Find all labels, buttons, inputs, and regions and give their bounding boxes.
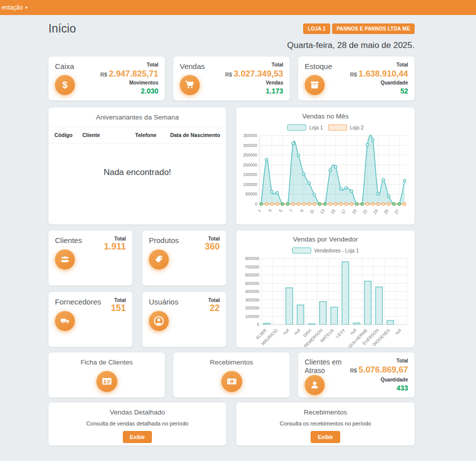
truck-icon (55, 311, 75, 331)
col-codigo: Código (54, 132, 80, 138)
col-telefone: Telefone (124, 132, 156, 138)
svg-text:5: 5 (278, 208, 283, 213)
ficha-clientes-card[interactable]: Ficha de Clientes (48, 352, 165, 398)
month-chart-title: Vendas no Mês (241, 112, 410, 120)
vendas-detalhado-desc: Consulta de vendas detalhada no período (54, 420, 220, 426)
svg-text:1: 1 (257, 208, 262, 213)
produtos-value: 360 (205, 242, 220, 252)
svg-text:300000: 300000 (245, 298, 260, 302)
svg-text:null: null (282, 328, 290, 336)
recebimentos-report-card: Recebimentos Consulta os recebimentos no… (236, 402, 415, 446)
usuarios-card[interactable]: Usuários Total 22 (142, 292, 226, 347)
svg-text:null: null (349, 328, 358, 336)
estoque-title: Estoque (305, 62, 332, 70)
atraso-total-value: 5.076.869,67 (359, 365, 408, 374)
svg-text:15: 15 (330, 208, 337, 215)
total-label: Total (225, 62, 283, 68)
usuarios-value: 22 (208, 303, 220, 314)
total-label: Total (104, 236, 126, 242)
legend-label-loja1: Loja 1 (309, 125, 323, 130)
vendas-count-value: 1.173 (225, 87, 283, 95)
month-chart-legend: Loja 1 Loja 2 (241, 124, 410, 130)
month-sales-chart-card: Vendas no Mês Loja 1 Loja 2 050000100000… (236, 108, 415, 224)
svg-text:100000: 100000 (243, 182, 258, 187)
empty-message: Nada encontrado! (48, 168, 226, 178)
total-label: Total (205, 236, 220, 242)
shopping-cart-icon (180, 75, 200, 95)
clientes-atraso-title: Clientes em Atraso (305, 358, 350, 375)
currency-symbol: R$ (225, 72, 232, 78)
svg-text:23: 23 (372, 208, 379, 215)
exibir-recebimentos-button[interactable]: Exibir (311, 431, 340, 443)
nav-menu-item[interactable]: entação ▾ (1, 4, 27, 11)
svg-text:27: 27 (393, 208, 400, 215)
caixa-title: Caixa (55, 62, 75, 70)
estoque-card[interactable]: Estoque Total R$1.638.910,44 Quantidade … (298, 56, 415, 100)
total-label: Total (111, 298, 126, 303)
svg-text:400000: 400000 (245, 289, 260, 294)
clientes-atraso-card[interactable]: Clientes em Atraso Total R$5.076.869,67 … (298, 352, 415, 398)
caixa-card[interactable]: Caixa $ Total R$2.947.825,71 Movimentos … (48, 56, 165, 100)
store-button[interactable]: LOJA 1 (303, 24, 330, 34)
svg-text:null: null (293, 328, 302, 336)
svg-text:LEVY: LEVY (335, 328, 346, 339)
recebimentos-card[interactable]: Recebimentos 1 (173, 352, 290, 398)
fornecedores-card[interactable]: Fornecedores Total 151 (48, 292, 132, 347)
exibir-vendas-button[interactable]: Exibir (123, 431, 152, 443)
svg-text:150000: 150000 (243, 172, 258, 177)
svg-text:800000: 800000 (245, 256, 260, 261)
svg-text:700000: 700000 (245, 264, 260, 270)
svg-text:11: 11 (309, 208, 315, 214)
quantidade-label: Quantidade (350, 80, 408, 86)
birthdays-table-header: Código Cliente Telefone Data de Nascimen… (48, 127, 226, 144)
svg-text:9: 9 (299, 208, 305, 213)
svg-text:7: 7 (289, 208, 294, 213)
legend-swatch-vendedores (292, 248, 311, 254)
svg-text:200000: 200000 (245, 306, 260, 310)
vendor-sales-chart-card: Vendas por Vendedor Vendedores - Loja 1 … (236, 230, 415, 348)
currency-symbol: R$ (350, 368, 357, 374)
atraso-count-value: 433 (350, 384, 408, 392)
col-nascimento: Data de Nascimento (158, 132, 220, 138)
dashboard-page: Início LOJA 1 PANNOS E PANNOS LTDA ME Qu… (48, 15, 415, 446)
vendas-total-value: 3.027.349,53 (234, 69, 283, 78)
svg-text:0: 0 (257, 322, 259, 327)
legend-swatch-loja1 (287, 124, 306, 130)
produtos-card[interactable]: Produtos Total 360 (142, 230, 226, 286)
id-card-icon (96, 371, 117, 392)
caret-down-icon: ▾ (25, 5, 28, 10)
vendas-detalhado-title: Vendas Detalhado (54, 408, 220, 416)
vendor-chart-title: Vendas por Vendedor (241, 236, 410, 243)
svg-text:600000: 600000 (245, 272, 260, 278)
people-icon (55, 250, 75, 270)
estoque-total-value: 1.638.910,44 (359, 69, 408, 78)
legend-swatch-loja2 (328, 124, 347, 130)
svg-text:250000: 250000 (243, 152, 258, 158)
birthdays-card: Aniversariantes da Semana Código Cliente… (48, 108, 226, 224)
total-label: Total (350, 62, 408, 68)
page-title: Início (48, 22, 76, 36)
money-bill-icon: 1 (221, 371, 242, 392)
recebimentos-title: Recebimentos (179, 358, 284, 366)
total-label: Total (100, 62, 158, 68)
total-label: Total (208, 298, 220, 303)
svg-text:null: null (394, 328, 403, 336)
vendor-sales-chart: 0100000200000300000400000500000600000700… (241, 254, 410, 348)
legend-label-vendedores: Vendedores - Loja 1 (314, 248, 359, 254)
clientes-value: 1.911 (104, 242, 126, 252)
recebimentos-report-title: Recebimentos (242, 408, 409, 416)
vendas-card[interactable]: Vendas Total R$3.027.349,53 Vendas 1.173 (173, 56, 290, 100)
svg-text:17: 17 (340, 208, 347, 215)
company-button[interactable]: PANNOS E PANNOS LTDA ME (332, 24, 415, 34)
quantidade-label: Quantidade (350, 377, 408, 382)
clientes-card[interactable]: Clientes Total 1.911 (48, 230, 132, 286)
top-navbar: entação ▾ (0, 0, 476, 15)
svg-text:100000: 100000 (245, 314, 260, 319)
caixa-total-value: 2.947.825,71 (109, 69, 158, 78)
currency-symbol: R$ (350, 72, 357, 78)
svg-text:25: 25 (383, 208, 390, 215)
svg-text:300000: 300000 (243, 143, 258, 148)
currency-symbol: R$ (100, 72, 107, 78)
svg-text:500000: 500000 (245, 281, 260, 286)
svg-text:200000: 200000 (243, 162, 258, 168)
